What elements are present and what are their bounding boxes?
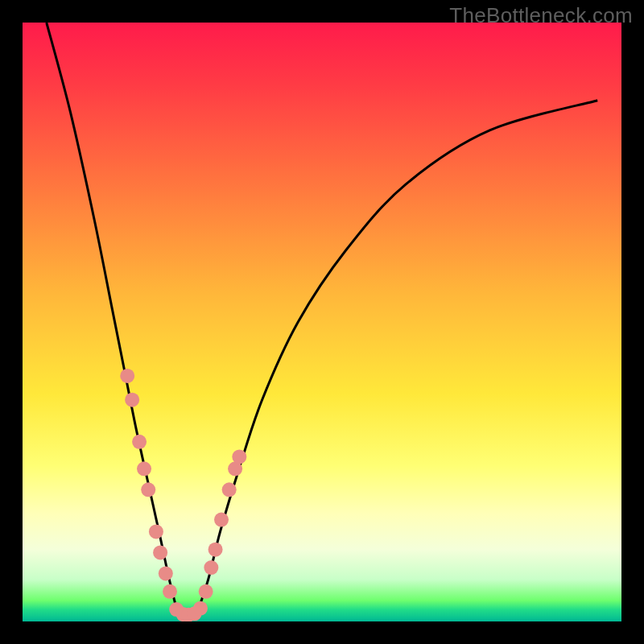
curve-right-path xyxy=(196,101,597,616)
bead-marker xyxy=(163,584,177,599)
bead-marker xyxy=(149,524,163,539)
bead-marker xyxy=(153,545,167,559)
chart-svg xyxy=(23,23,621,621)
bead-marker xyxy=(204,560,218,575)
bead-marker xyxy=(193,601,208,616)
watermark-text: TheBottleneck.com xyxy=(449,3,633,28)
bead-marker xyxy=(232,449,246,464)
bead-markers xyxy=(120,369,246,621)
bead-marker xyxy=(120,369,134,383)
bead-marker xyxy=(132,435,147,449)
bead-marker xyxy=(222,482,237,497)
bead-marker xyxy=(199,584,213,599)
chart-frame: TheBottleneck.com xyxy=(0,0,644,644)
bead-marker xyxy=(137,461,151,476)
bead-marker xyxy=(125,393,139,407)
bead-marker xyxy=(141,482,155,497)
plot-area xyxy=(23,23,621,621)
bead-marker xyxy=(208,543,223,557)
curve-right xyxy=(196,101,597,616)
bead-marker xyxy=(214,513,229,527)
bead-marker xyxy=(159,566,173,580)
